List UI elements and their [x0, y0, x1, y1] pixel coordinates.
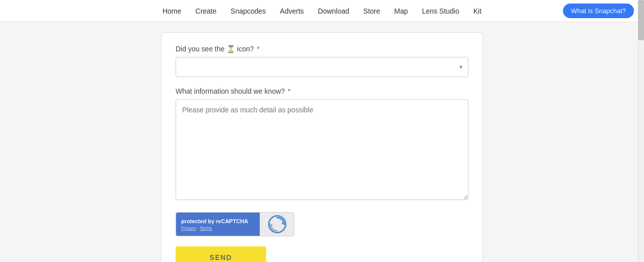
recaptcha-terms-link[interactable]: Terms — [200, 226, 212, 231]
form-card: Did you see the ⏳ icon? * Yes No ▾ What … — [161, 32, 483, 262]
field-info-label-text: What information should we know? — [176, 87, 285, 95]
recaptcha-widget[interactable]: protected by reCAPTCHA Privacy · Terms — [176, 212, 294, 236]
recaptcha-title: protected by reCAPTCHA — [181, 218, 255, 224]
scrollbar-thumb[interactable] — [638, 0, 644, 40]
hourglass-emoji: ⏳ — [226, 45, 235, 53]
recaptcha-privacy-link[interactable]: Privacy — [181, 226, 196, 231]
field-icon-question: Did you see the ⏳ icon? * Yes No ▾ — [176, 45, 468, 77]
main-content: Did you see the ⏳ icon? * Yes No ▾ What … — [0, 22, 644, 262]
required-marker-1: * — [257, 45, 259, 53]
nav-home[interactable]: Home — [163, 7, 181, 15]
option-select[interactable]: Yes No — [176, 57, 468, 77]
field-icon-label-text: Did you see the — [176, 45, 224, 53]
required-marker-2: * — [288, 87, 290, 95]
field-info-label: What information should we know? * — [176, 87, 468, 95]
nav-lens-studio[interactable]: Lens Studio — [422, 7, 459, 15]
field-icon-label-suffix: icon? — [237, 45, 254, 53]
recaptcha-left-panel: protected by reCAPTCHA Privacy · Terms — [176, 213, 260, 236]
navbar-links: Home Create Snapcodes Adverts Download S… — [163, 7, 481, 15]
nav-adverts[interactable]: Adverts — [280, 7, 303, 15]
nav-snapcodes[interactable]: Snapcodes — [230, 7, 266, 15]
recaptcha-icon — [268, 215, 287, 234]
scrollbar[interactable] — [638, 0, 644, 262]
send-button[interactable]: SEND — [176, 246, 266, 262]
nav-map[interactable]: Map — [394, 7, 408, 15]
navbar: Home Create Snapcodes Adverts Download S… — [0, 0, 644, 22]
info-textarea[interactable] — [176, 99, 468, 200]
option-select-wrapper: Yes No ▾ — [176, 57, 468, 77]
nav-create[interactable]: Create — [195, 7, 216, 15]
field-icon-label: Did you see the ⏳ icon? * — [176, 45, 468, 53]
recaptcha-links: Privacy · Terms — [181, 226, 255, 231]
nav-store[interactable]: Store — [363, 7, 380, 15]
nav-kit[interactable]: Kit — [473, 7, 481, 15]
nav-download[interactable]: Download — [318, 7, 349, 15]
what-is-snapchat-button[interactable]: What is Snapchat? — [563, 4, 634, 18]
field-info-question: What information should we know? * — [176, 87, 468, 202]
recaptcha-right-panel — [260, 213, 294, 236]
